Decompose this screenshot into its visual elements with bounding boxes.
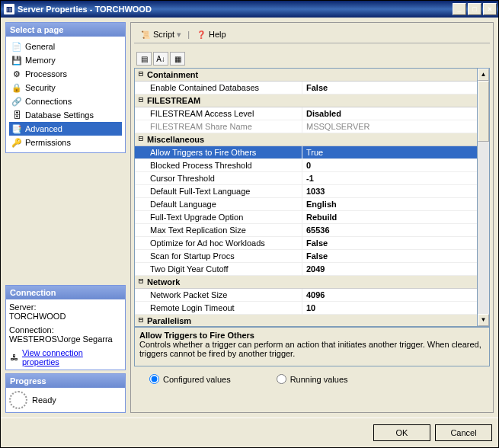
connection-panel: Connection Server: TORCHWOOD Connection:… [5, 285, 126, 370]
property-row[interactable]: Max Text Replication Size65536 [135, 224, 477, 237]
server-label: Server: [9, 302, 122, 312]
property-row[interactable]: Remote Login Timeout10 [135, 302, 477, 315]
property-grid[interactable]: ⊟ContainmentEnable Contained DatabasesFa… [134, 68, 478, 327]
property-value[interactable]: 4096 [302, 289, 477, 301]
property-value[interactable]: Disabled [302, 107, 477, 120]
property-row[interactable]: FILESTREAM Share NameMSSQLSERVER [135, 120, 477, 133]
connection-label: Connection: [9, 325, 122, 334]
dropdown-arrow-icon: ▾ [177, 30, 181, 40]
category-row[interactable]: ⊟Network [135, 276, 477, 289]
property-value[interactable]: Rebuild [302, 211, 477, 223]
property-value[interactable]: 10 [302, 302, 477, 314]
category-row[interactable]: ⊟Containment [135, 69, 477, 82]
sidebar-item-label: Connections [25, 97, 72, 106]
property-row[interactable]: Enable Contained DatabasesFalse [135, 82, 477, 94]
connection-icon: 🖧 [9, 352, 20, 363]
property-value[interactable]: 65536 [302, 224, 477, 236]
alphabetical-button[interactable]: A↓ [153, 52, 168, 66]
minimize-button[interactable]: _ [453, 3, 466, 15]
select-page-panel: Select a page 📄General💾Memory⚙Processors… [5, 22, 126, 153]
category-name: Containment [147, 69, 477, 81]
window-title: Server Properties - TORCHWOOD [18, 5, 152, 14]
page-icon: 🔗 [11, 96, 22, 107]
property-value[interactable]: False [302, 237, 477, 249]
scroll-up-arrow[interactable]: ▲ [478, 69, 489, 81]
script-label: Script [153, 30, 174, 39]
scroll-down-arrow[interactable]: ▼ [478, 314, 489, 326]
property-value[interactable]: False [302, 82, 477, 94]
configured-radio-input[interactable] [149, 374, 159, 384]
property-row[interactable]: Default Full-Text Language1033 [135, 185, 477, 198]
sidebar-item-label: Permissions [25, 138, 71, 147]
collapse-icon[interactable]: ⊟ [135, 133, 147, 146]
property-label: Blocked Process Threshold [135, 159, 302, 171]
collapse-icon[interactable]: ⊟ [135, 69, 147, 81]
sidebar-item-processors[interactable]: ⚙Processors [9, 67, 122, 81]
server-value: TORCHWOOD [9, 312, 122, 321]
collapse-icon[interactable]: ⊟ [135, 315, 147, 326]
property-row[interactable]: FILESTREAM Access LevelDisabled [135, 107, 477, 120]
property-label: Default Language [135, 198, 302, 210]
script-button[interactable]: 📜 Script ▾ [137, 27, 184, 41]
maximize-button[interactable]: □ [468, 3, 481, 15]
running-radio-input[interactable] [277, 374, 286, 384]
select-page-header: Select a page [6, 23, 125, 37]
property-grid-toolbar: ▤ A↓ ▦ [134, 50, 490, 68]
property-pages-button[interactable]: ▦ [170, 52, 185, 66]
ok-button[interactable]: OK [373, 424, 430, 441]
collapse-icon[interactable]: ⊟ [135, 94, 147, 107]
property-row[interactable]: Full-Text Upgrade OptionRebuild [135, 211, 477, 224]
property-label: FILESTREAM Share Name [135, 120, 302, 133]
sidebar-item-memory[interactable]: 💾Memory [9, 53, 122, 67]
property-row[interactable]: Blocked Process Threshold0 [135, 159, 477, 172]
toolbar-separator: | [187, 30, 190, 39]
sidebar-item-database-settings[interactable]: 🗄Database Settings [9, 108, 122, 122]
property-value[interactable]: -1 [302, 172, 477, 184]
sidebar-item-permissions[interactable]: 🔑Permissions [9, 136, 122, 149]
property-value[interactable]: True [302, 146, 477, 158]
help-button[interactable]: ❓ Help [193, 27, 229, 41]
category-row[interactable]: ⊟FILESTREAM [135, 94, 477, 107]
running-values-radio[interactable]: Running values [277, 374, 348, 384]
vertical-scrollbar[interactable]: ▲ ▼ [478, 68, 490, 327]
script-icon: 📜 [140, 29, 151, 40]
property-value[interactable]: English [302, 198, 477, 210]
property-label: Scan for Startup Procs [135, 250, 302, 262]
values-radio-group: Configured values Running values [134, 366, 490, 392]
sidebar-item-general[interactable]: 📄General [9, 40, 122, 53]
sidebar-item-security[interactable]: 🔒Security [9, 81, 122, 94]
page-icon: 📄 [11, 41, 22, 52]
page-icon: ⚙ [11, 69, 22, 79]
property-row[interactable]: Two Digit Year Cutoff2049 [135, 263, 477, 276]
property-row[interactable]: Allow Triggers to Fire OthersTrue [135, 146, 477, 159]
property-value[interactable]: MSSQLSERVER [302, 120, 477, 133]
category-row[interactable]: ⊟Parallelism [135, 315, 477, 326]
sidebar-item-label: Security [25, 83, 56, 92]
configured-values-radio[interactable]: Configured values [149, 374, 231, 384]
property-row[interactable]: Default LanguageEnglish [135, 198, 477, 211]
property-label: Max Text Replication Size [135, 224, 302, 236]
sidebar-item-advanced[interactable]: 📑Advanced [9, 122, 122, 136]
sidebar-item-label: Memory [25, 56, 56, 65]
property-row[interactable]: Optimize for Ad hoc WorkloadsFalse [135, 237, 477, 250]
property-value[interactable]: 2049 [302, 263, 477, 275]
sidebar-item-label: Advanced [25, 124, 62, 133]
scroll-thumb[interactable] [478, 81, 489, 142]
close-button[interactable]: × [483, 3, 497, 15]
cancel-button[interactable]: Cancel [435, 424, 492, 441]
view-connection-properties-link[interactable]: View connection properties [22, 348, 122, 366]
property-row[interactable]: Scan for Startup ProcsFalse [135, 250, 477, 263]
property-label: Default Full-Text Language [135, 185, 302, 197]
property-row[interactable]: Cursor Threshold-1 [135, 172, 477, 185]
property-value[interactable]: False [302, 250, 477, 262]
property-value[interactable]: 1033 [302, 185, 477, 197]
property-row[interactable]: Network Packet Size4096 [135, 289, 477, 302]
collapse-icon[interactable]: ⊟ [135, 276, 147, 288]
connection-header: Connection [6, 286, 125, 299]
category-name: Miscellaneous [147, 133, 477, 146]
property-value[interactable]: 0 [302, 159, 477, 171]
categorized-button[interactable]: ▤ [136, 52, 152, 66]
progress-status: Ready [32, 395, 56, 405]
category-row[interactable]: ⊟Miscellaneous [135, 133, 477, 146]
sidebar-item-connections[interactable]: 🔗Connections [9, 94, 122, 108]
